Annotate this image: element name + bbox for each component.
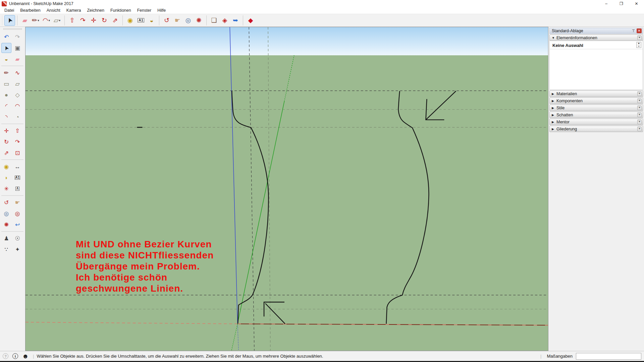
tool-push-pull[interactable]: ⇧ (67, 15, 77, 26)
tool-plugin-export[interactable]: ➥ (230, 15, 241, 26)
tool-plugin-gem-stack[interactable]: ◈ (219, 15, 230, 26)
dropdown-caret-icon[interactable]: ▾ (38, 19, 39, 22)
tool-follow-me[interactable]: ↷ (77, 15, 88, 26)
menu-kamera[interactable]: Kamera (63, 7, 84, 14)
tool-eraser[interactable]: ▰ (12, 54, 22, 64)
dropdown-caret-icon[interactable]: ▾ (49, 19, 50, 22)
tool-undo[interactable]: ↶ (1, 32, 11, 42)
tool-arc[interactable]: ◜ (1, 101, 11, 111)
upper-arrow[interactable] (426, 91, 456, 120)
tool-scale[interactable]: ⇗ (110, 15, 120, 26)
tool-text[interactable]: A1 (12, 173, 22, 183)
help-icon[interactable]: ? (3, 353, 8, 359)
tool-pan[interactable]: ☛ (172, 15, 183, 26)
tool-ruby-console[interactable]: ◆ (245, 15, 256, 26)
tool-position-camera[interactable]: ♟ (1, 233, 11, 243)
tool-rotate[interactable]: ↻ (99, 15, 110, 26)
section-entity-info[interactable]: ▼ Elementinformationen ✕ (549, 35, 643, 41)
minimize-button[interactable]: – (599, 0, 614, 7)
tool-zoom[interactable]: ◎ (1, 208, 11, 219)
section-gliederung[interactable]: ▶Gliederung✕ (549, 126, 643, 132)
tool-polygon[interactable]: ◇ (12, 90, 22, 100)
menu-bearbeiten[interactable]: Bearbeiten (17, 7, 43, 14)
tool-navigation-compass[interactable]: ✦ (12, 244, 22, 254)
tool-move[interactable]: ✛ (1, 126, 11, 136)
tool-dimension[interactable]: ↔ (12, 162, 22, 172)
section-mentor[interactable]: ▶Mentor✕ (549, 119, 643, 125)
tool-tape-measure[interactable]: ◉ (125, 15, 136, 26)
section-komponenten[interactable]: ▶Komponenten✕ (549, 98, 643, 104)
tool-zoom[interactable]: ◎ (183, 15, 194, 26)
tray-close-button[interactable]: ✕ (637, 28, 642, 33)
close-icon[interactable]: ✕ (637, 127, 642, 131)
tool-shapes[interactable]: ▱▾ (52, 15, 62, 26)
tool-text[interactable]: A1 (136, 15, 146, 26)
tool-freehand[interactable]: ∿ (12, 68, 22, 78)
tool-plugin-section-display[interactable]: ❏ (209, 15, 219, 26)
tool-orbit[interactable]: ↺ (1, 197, 11, 207)
measurements-input[interactable] (576, 353, 641, 360)
pin-icon[interactable]: ⊤ (631, 29, 636, 33)
tool-look-around[interactable]: ☉ (12, 233, 22, 243)
menu-funktionen[interactable]: Funktionen (107, 7, 134, 14)
tool-three-point-arc[interactable]: ◝ (1, 112, 11, 122)
menu-datei[interactable]: Datei (1, 7, 17, 14)
restore-button[interactable]: ❐ (614, 0, 629, 7)
tool-paint-bucket[interactable]: ◒ (1, 54, 11, 64)
tool-push-pull[interactable]: ⇧ (12, 126, 22, 136)
info-icon[interactable]: i (12, 353, 18, 359)
model-viewport[interactable]: Mit UND ohne Bezier Kurven sind diese NI… (25, 27, 548, 351)
tool-eraser[interactable]: ▰ (19, 15, 30, 26)
section-schatten[interactable]: ▶Schatten✕ (549, 112, 643, 118)
tool-scale[interactable]: ⇗ (1, 148, 11, 158)
tool-arcs[interactable]: ◠▾ (41, 15, 52, 26)
close-icon[interactable]: ✕ (637, 113, 642, 117)
lower-arrow[interactable] (264, 302, 285, 324)
tool-follow-me[interactable]: ↷ (12, 137, 22, 147)
close-icon[interactable]: ✕ (637, 120, 642, 124)
tool-paint-bucket[interactable]: ◒ (146, 15, 157, 26)
tool-redo[interactable]: ↷ (12, 32, 22, 42)
toolbar-drag-handle[interactable] (1, 16, 3, 25)
tool-line[interactable]: ✏▾ (30, 15, 41, 26)
model-drawing[interactable] (25, 27, 548, 351)
close-icon[interactable]: ✕ (637, 99, 642, 103)
tool-zoom-extents[interactable]: ✺ (1, 220, 11, 230)
tool-tape-measure[interactable]: ◉ (1, 162, 11, 172)
details-toggle-button[interactable]: ▾＋ (636, 42, 641, 48)
tool-rectangle[interactable]: ▭ (1, 79, 11, 89)
sketch-geometry[interactable] (232, 91, 456, 324)
tool-select[interactable]: ➤ (1, 43, 11, 53)
menu-ansicht[interactable]: Ansicht (44, 7, 63, 14)
dropdown-caret-icon[interactable]: ▾ (59, 19, 61, 22)
tool-move[interactable]: ✛ (88, 15, 99, 26)
tool-zoom-window[interactable]: ◎ (12, 208, 22, 219)
user-icon[interactable]: ☻ (22, 353, 29, 359)
tool-pie[interactable]: ◔ (12, 112, 22, 122)
tool-rotate[interactable]: ↻ (1, 137, 11, 147)
close-button[interactable]: ✕ (629, 0, 644, 7)
tool-walk[interactable]: ∵ (1, 244, 11, 254)
menu-zeichnen[interactable]: Zeichnen (84, 7, 107, 14)
tool-three-d-text[interactable]: A (12, 184, 22, 194)
tool-line[interactable]: ✏ (1, 68, 11, 78)
section-materialien[interactable]: ▶Materialien✕ (549, 90, 643, 97)
close-icon[interactable]: ✕ (637, 36, 642, 40)
tool-select[interactable]: ➤ (4, 15, 15, 26)
section-stile[interactable]: ▶Stile✕ (549, 105, 643, 111)
tool-make-component[interactable]: ▣ (12, 43, 22, 53)
tool-two-point-arc[interactable]: ◠ (12, 101, 22, 111)
menu-fenster[interactable]: Fenster (134, 7, 154, 14)
toolbar-drag-handle[interactable] (3, 28, 22, 30)
close-icon[interactable]: ✕ (637, 92, 642, 96)
tool-circle[interactable]: ● (1, 90, 11, 100)
tool-pan[interactable]: ☛ (12, 197, 22, 207)
close-icon[interactable]: ✕ (637, 106, 642, 110)
tool-protractor[interactable]: ◗ (1, 173, 11, 183)
tool-offset[interactable]: ⊡ (12, 148, 22, 158)
tool-zoom-extents[interactable]: ✺ (194, 15, 204, 26)
tool-previous-view[interactable]: ↩ (12, 220, 22, 230)
tool-axes[interactable]: ✳ (1, 184, 11, 194)
tool-orbit[interactable]: ↺ (161, 15, 172, 26)
guide-lines[interactable] (25, 27, 548, 351)
